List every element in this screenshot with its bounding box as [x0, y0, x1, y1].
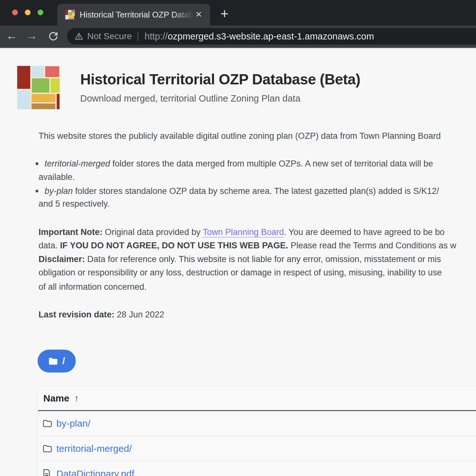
- file-link[interactable]: territorial-merged/: [56, 443, 132, 454]
- not-secure-label: Not Secure: [87, 31, 132, 41]
- name-column-header[interactable]: Name ↑: [38, 386, 476, 411]
- breadcrumb-label: /: [62, 356, 65, 366]
- bullet-territorial-merged-cont: available.: [39, 171, 75, 183]
- address-bar[interactable]: Not Secure http://ozpmerged.s3-website.a…: [67, 28, 476, 45]
- folder-icon: [48, 357, 58, 365]
- minimize-window-button[interactable]: [25, 10, 31, 15]
- bullet-territorial-merged: territorial-merged folder stores the dat…: [45, 157, 433, 170]
- url-text[interactable]: http://ozpmerged.s3-website.ap-east-1.am…: [145, 31, 374, 42]
- revision-date: Last revision date: 28 Jun 2022: [39, 308, 164, 321]
- page-subtitle: Download merged, territorial Outline Zon…: [80, 93, 301, 104]
- browser-window: Historical Territorial OZP Datab × + ← →…: [0, 0, 476, 476]
- address-divider: [138, 32, 138, 41]
- zoom-window-button[interactable]: [38, 10, 43, 15]
- page-title: Historical Territorial OZP Database (Bet…: [80, 71, 360, 88]
- forward-button[interactable]: →: [24, 25, 40, 47]
- not-secure-warning-icon[interactable]: [75, 32, 83, 41]
- reload-button[interactable]: [48, 31, 59, 42]
- disclaimer-line3: of all information concerned.: [39, 281, 146, 293]
- site-logo: [17, 66, 60, 109]
- url-host: ozpmerged.s3-website.ap-east-1.amazonaws…: [168, 31, 374, 41]
- bullet-marker: [36, 162, 38, 165]
- sort-ascending-icon: ↑: [75, 393, 79, 403]
- file-link[interactable]: by-plan/: [56, 418, 90, 429]
- bullet-marker: [36, 190, 38, 192]
- bullet-by-plan: by-plan folder stores standalone OZP dat…: [45, 185, 439, 197]
- table-row: DataDictionary.pdf: [38, 461, 476, 476]
- root-folder-button[interactable]: /: [38, 350, 76, 373]
- file-listing-table: Name ↑ by-plan/ territorial-merged/: [38, 386, 476, 476]
- table-row: by-plan/: [38, 411, 476, 436]
- new-tab-button[interactable]: +: [216, 4, 233, 25]
- browser-toolbar: ← → Not Secure http://ozpmerged.s3-websi…: [0, 25, 476, 48]
- browser-tab[interactable]: Historical Territorial OZP Datab ×: [57, 4, 210, 25]
- town-planning-board-link[interactable]: Town Planning Board: [203, 227, 284, 237]
- back-button[interactable]: ←: [4, 25, 20, 47]
- intro-paragraph: This website stores the publicly availab…: [39, 130, 441, 142]
- url-scheme: http://: [145, 31, 168, 41]
- file-icon: [43, 469, 52, 476]
- important-note-line2: data. IF YOU DO NOT AGREE, DO NOT USE TH…: [39, 239, 456, 252]
- bullet-by-plan-cont: and 5 respectively.: [39, 197, 110, 210]
- disclaimer-line: Disclaimer: Data for reference only. Thi…: [39, 253, 441, 266]
- folder-icon: [43, 444, 52, 453]
- table-row: territorial-merged/: [38, 436, 476, 461]
- close-window-button[interactable]: [12, 10, 18, 15]
- file-link[interactable]: DataDictionary.pdf: [56, 468, 134, 476]
- site-favicon-icon: [65, 10, 75, 19]
- important-note-line1: Important Note: Original data provided b…: [39, 226, 444, 238]
- disclaimer-line2: obligation or responsibility or any loss…: [39, 266, 442, 279]
- tab-close-icon[interactable]: ×: [192, 4, 205, 25]
- folder-icon: [43, 419, 52, 428]
- traffic-lights: [12, 10, 43, 15]
- titlebar: Historical Territorial OZP Datab × +: [0, 0, 476, 25]
